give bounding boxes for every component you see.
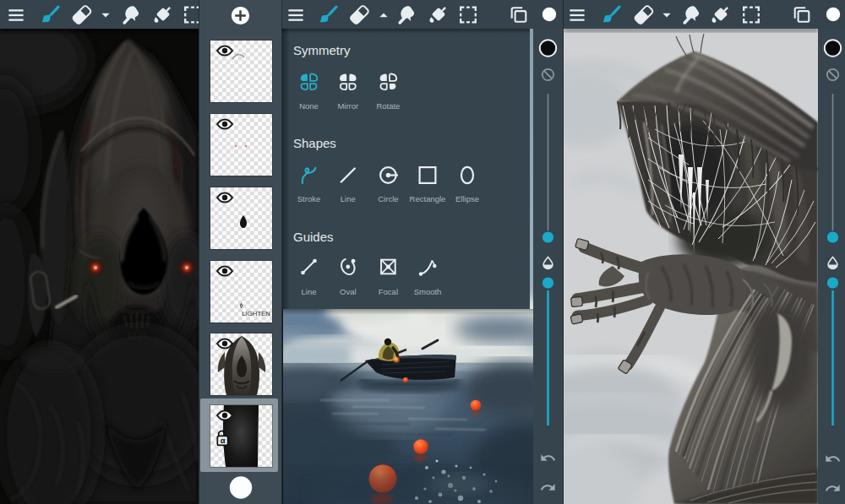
- svg-text:LIGHTEN: LIGHTEN: [242, 310, 270, 317]
- svg-text:α: α: [220, 436, 225, 445]
